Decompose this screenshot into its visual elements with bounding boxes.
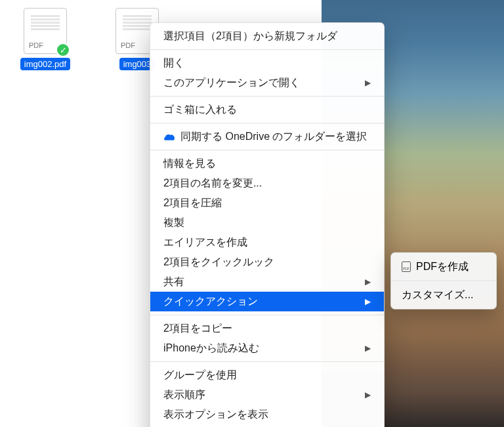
menu-duplicate[interactable]: 複製 (150, 213, 384, 233)
chevron-right-icon: ▶ (365, 76, 371, 90)
file-item[interactable]: PDF ✓ img002.pdf (18, 8, 72, 70)
pdf-icon (402, 261, 411, 272)
menu-compress[interactable]: 2項目を圧縮 (150, 193, 384, 213)
file-type-badge: PDF (28, 41, 44, 49)
menu-open-with[interactable]: このアプリケーションで開く▶ (150, 73, 384, 93)
chevron-right-icon: ▶ (365, 341, 371, 355)
menu-quick-look[interactable]: 2項目をクイックルック (150, 252, 384, 272)
menu-quick-actions[interactable]: クイックアクション▶ (150, 292, 384, 311)
file-type-badge: PDF (120, 41, 136, 49)
menu-copy[interactable]: 2項目をコピー (150, 319, 384, 338)
menu-separator (150, 49, 384, 50)
menu-new-folder[interactable]: 選択項目（2項目）から新規フォルダ (150, 26, 384, 46)
menu-open[interactable]: 開く (150, 53, 384, 73)
menu-get-info[interactable]: 情報を見る (150, 154, 384, 173)
chevron-right-icon: ▶ (365, 388, 371, 402)
quick-actions-submenu: PDFを作成 カスタマイズ... (390, 252, 497, 309)
menu-separator (150, 361, 384, 362)
pdf-thumbnail: PDF ✓ (24, 8, 67, 54)
menu-separator (150, 315, 384, 315)
sync-check-icon: ✓ (56, 43, 70, 57)
context-menu: 選択項目（2項目）から新規フォルダ 開く このアプリケーションで開く▶ ゴミ箱に… (150, 22, 385, 427)
menu-separator (150, 150, 384, 150)
submenu-customize[interactable]: カスタマイズ... (391, 284, 496, 305)
submenu-create-pdf[interactable]: PDFを作成 (391, 256, 496, 277)
file-name-label: img002.pdf (20, 58, 70, 70)
chevron-right-icon: ▶ (365, 275, 371, 289)
chevron-right-icon: ▶ (365, 294, 371, 309)
menu-make-alias[interactable]: エイリアスを作成 (150, 233, 384, 252)
menu-trash[interactable]: ゴミ箱に入れる (150, 100, 384, 120)
menu-view-options[interactable]: 表示オプションを表示 (150, 405, 384, 424)
menu-separator (150, 123, 384, 124)
menu-sort-by[interactable]: 表示順序▶ (150, 385, 384, 405)
menu-import-iphone[interactable]: iPhoneから読み込む▶ (150, 338, 384, 358)
onedrive-icon (163, 133, 175, 141)
menu-use-groups[interactable]: グループを使用 (150, 365, 384, 385)
menu-separator (391, 281, 496, 281)
menu-rename[interactable]: 2項目の名前を変更... (150, 173, 384, 193)
menu-share[interactable]: 共有▶ (150, 272, 384, 292)
menu-onedrive[interactable]: 同期する OneDrive のフォルダーを選択 (150, 127, 384, 146)
menu-separator (150, 96, 384, 97)
